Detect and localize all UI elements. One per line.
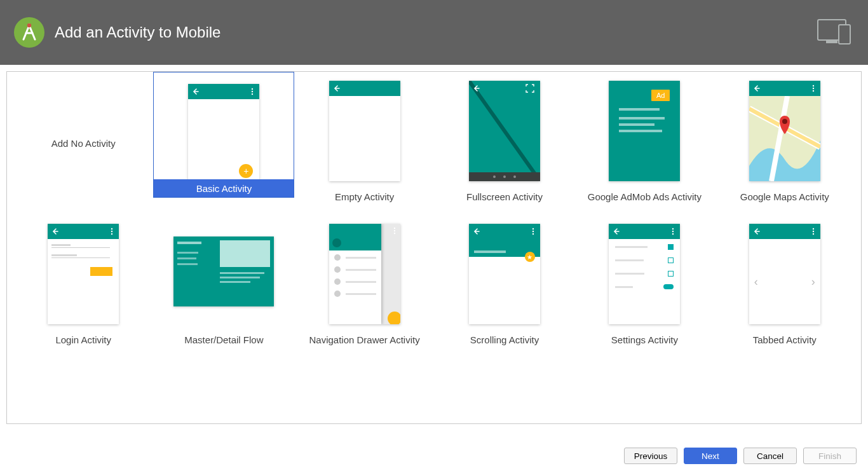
svg-point-27 bbox=[672, 231, 674, 232]
template-fullscreen-activity[interactable]: Fullscreen Activity bbox=[435, 72, 574, 215]
chevron-right-icon: › bbox=[811, 275, 815, 289]
svg-point-25 bbox=[532, 233, 534, 235]
android-studio-icon bbox=[17, 20, 41, 45]
svg-point-24 bbox=[532, 231, 534, 232]
overflow-icon bbox=[109, 228, 115, 235]
template-label: Add No Activity bbox=[51, 138, 116, 149]
android-studio-logo bbox=[14, 17, 44, 48]
template-label: Settings Activity bbox=[611, 334, 678, 345]
template-gallery: Add No Activity + Basic Activity bbox=[6, 71, 862, 424]
template-google-maps-activity[interactable]: Google Maps Activity bbox=[715, 72, 855, 215]
map-preview bbox=[749, 96, 820, 181]
svg-point-16 bbox=[782, 119, 787, 124]
template-admob-activity[interactable]: Ad Google AdMob Ads Activity bbox=[574, 72, 714, 215]
svg-point-17 bbox=[111, 228, 112, 230]
back-icon bbox=[753, 228, 761, 235]
svg-point-12 bbox=[813, 85, 814, 86]
svg-point-26 bbox=[672, 228, 674, 230]
back-icon bbox=[333, 85, 341, 92]
template-master-detail-flow[interactable]: Master/Detail Flow bbox=[153, 215, 294, 358]
template-navigation-drawer-activity[interactable]: Navigation Drawer Activity bbox=[294, 215, 434, 358]
svg-point-10 bbox=[503, 175, 506, 178]
template-tabbed-activity[interactable]: ‹ › Tabbed Activity bbox=[715, 215, 855, 358]
overflow-icon bbox=[810, 85, 817, 92]
template-label: Navigation Drawer Activity bbox=[309, 334, 419, 345]
page-title: Add an Activity to Mobile bbox=[55, 24, 220, 41]
svg-point-6 bbox=[252, 93, 253, 95]
back-icon bbox=[51, 228, 59, 235]
svg-point-28 bbox=[672, 233, 674, 235]
svg-point-20 bbox=[393, 228, 395, 229]
back-icon bbox=[473, 228, 480, 235]
template-label: Basic Activity bbox=[154, 179, 294, 197]
svg-point-18 bbox=[111, 231, 112, 232]
fullscreen-preview bbox=[469, 81, 540, 181]
ad-badge: Ad bbox=[651, 90, 670, 101]
overflow-icon bbox=[530, 228, 536, 235]
finish-button: Finish bbox=[803, 448, 857, 464]
overflow-icon bbox=[810, 228, 817, 235]
template-label: Scrolling Activity bbox=[470, 334, 539, 345]
svg-point-30 bbox=[813, 231, 814, 232]
svg-rect-3 bbox=[839, 25, 850, 44]
template-settings-activity[interactable]: Settings Activity bbox=[574, 215, 714, 358]
svg-point-4 bbox=[252, 88, 253, 90]
toggle-icon bbox=[663, 284, 674, 289]
svg-point-23 bbox=[532, 228, 534, 230]
svg-point-22 bbox=[393, 233, 395, 234]
overflow-icon bbox=[391, 227, 398, 235]
template-label: Fullscreen Activity bbox=[466, 191, 543, 202]
back-icon bbox=[753, 85, 761, 92]
checkbox-icon bbox=[668, 244, 674, 250]
next-button[interactable]: Next bbox=[684, 448, 737, 464]
checkbox-icon bbox=[668, 271, 674, 277]
svg-point-31 bbox=[813, 233, 814, 235]
overflow-icon bbox=[249, 88, 255, 95]
template-add-no-activity[interactable]: Add No Activity bbox=[13, 72, 153, 215]
svg-point-11 bbox=[513, 175, 516, 178]
svg-point-0 bbox=[27, 24, 31, 27]
wizard-header: Add an Activity to Mobile bbox=[0, 0, 868, 65]
checkbox-icon bbox=[668, 257, 674, 263]
fab-icon: + bbox=[239, 164, 253, 178]
svg-point-5 bbox=[252, 91, 253, 92]
template-label: Master/Detail Flow bbox=[184, 334, 263, 345]
template-empty-activity[interactable]: Empty Activity bbox=[294, 72, 434, 215]
wizard-footer: Previous Next Cancel Finish bbox=[624, 448, 857, 464]
svg-rect-2 bbox=[826, 41, 837, 43]
svg-point-29 bbox=[813, 228, 814, 230]
svg-point-19 bbox=[111, 233, 112, 235]
svg-point-21 bbox=[393, 230, 395, 231]
chevron-left-icon: ‹ bbox=[754, 275, 758, 289]
template-label: Tabbed Activity bbox=[753, 334, 817, 345]
svg-point-9 bbox=[493, 175, 496, 178]
svg-point-14 bbox=[813, 90, 814, 92]
back-icon bbox=[192, 88, 200, 95]
template-scrolling-activity[interactable]: ★ Scrolling Activity bbox=[435, 215, 574, 358]
device-group-icon bbox=[817, 19, 851, 46]
template-login-activity[interactable]: Login Activity bbox=[13, 215, 153, 358]
template-label: Google Maps Activity bbox=[740, 191, 829, 202]
back-icon bbox=[613, 228, 620, 235]
template-label: Empty Activity bbox=[335, 191, 394, 202]
overflow-icon bbox=[670, 228, 676, 235]
previous-button[interactable]: Previous bbox=[624, 448, 677, 464]
template-label: Google AdMob Ads Activity bbox=[588, 191, 702, 202]
svg-point-13 bbox=[813, 88, 814, 89]
template-label: Login Activity bbox=[55, 334, 111, 345]
cancel-button[interactable]: Cancel bbox=[743, 448, 797, 464]
template-basic-activity[interactable]: + Basic Activity bbox=[153, 72, 294, 215]
